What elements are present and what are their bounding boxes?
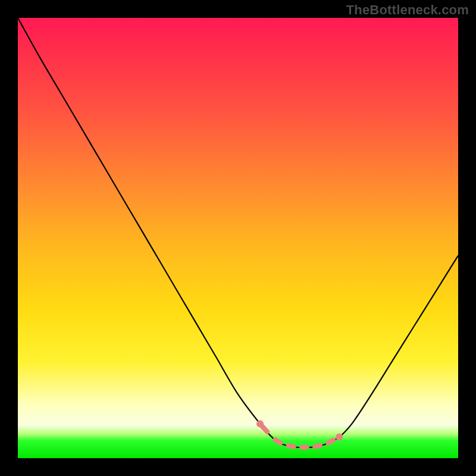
curve-svg <box>18 18 458 458</box>
highlight-endpoint <box>336 433 343 440</box>
bottleneck-curve-path <box>18 18 458 447</box>
highlight-dash <box>328 440 333 443</box>
highlight-dash <box>315 446 320 447</box>
highlight-dash <box>289 446 294 447</box>
chart-frame: TheBottleneck.com <box>0 0 476 476</box>
highlight-dash <box>262 426 267 432</box>
plot-area <box>18 18 458 458</box>
highlight-dash <box>275 440 281 443</box>
watermark-text: TheBottleneck.com <box>346 2 469 18</box>
